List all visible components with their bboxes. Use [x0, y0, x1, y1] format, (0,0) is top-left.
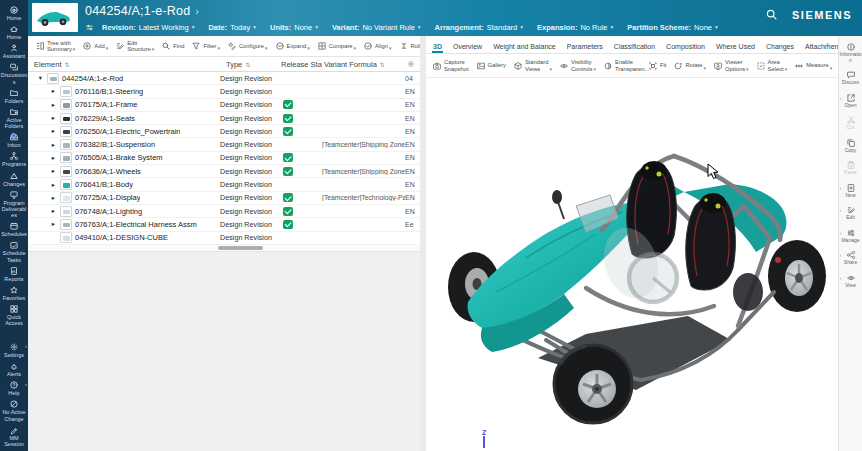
- row-expand-caret[interactable]: ▸: [50, 181, 57, 189]
- element-name[interactable]: 076725/A;1-Display: [75, 193, 140, 202]
- element-name[interactable]: 076763/A;1-Electrical Harness Assm: [75, 220, 197, 229]
- sidebar-item[interactable]: No Active Change: [0, 397, 28, 422]
- tabs-overflow-chevron[interactable]: ›: [820, 39, 835, 50]
- configuration-chip[interactable]: Revision: Latest Working ▾: [102, 23, 194, 32]
- sidebar-item[interactable]: Discussions: [0, 60, 28, 85]
- row-expand-caret[interactable]: ▸: [50, 194, 57, 202]
- rail-action[interactable]: Paste: [839, 158, 862, 178]
- table-row[interactable]: ▸ 076175/A;1-Frame Design Revision EN: [28, 99, 420, 112]
- 3d-viewport[interactable]: Z: [426, 78, 838, 451]
- sidebar-item[interactable]: Favorites: [0, 283, 28, 302]
- element-name[interactable]: 076116/B;1-Steering: [75, 87, 143, 96]
- rail-action[interactable]: ‹ Manage: [839, 226, 862, 246]
- rail-action[interactable]: ‹ New: [839, 181, 862, 201]
- element-name[interactable]: 076748/A;1-Lighting: [75, 207, 142, 216]
- toolbar-button[interactable]: Edit Structure ▾: [112, 39, 157, 53]
- table-row[interactable]: ▸ 076250/A;1-Electric_Powertrain Design …: [28, 125, 420, 138]
- row-expand-caret[interactable]: ▸: [50, 87, 57, 95]
- sidebar-item[interactable]: Reports: [0, 264, 28, 283]
- row-expand-caret[interactable]: ▸: [50, 220, 57, 228]
- row-expand-caret[interactable]: ▸: [50, 127, 57, 135]
- column-settings-gear-icon[interactable]: [406, 59, 416, 69]
- sidebar-item[interactable]: Schedule Tasks: [0, 238, 28, 263]
- sidebar-item[interactable]: Changes: [0, 169, 28, 188]
- element-name[interactable]: 076175/A;1-Frame: [75, 100, 138, 109]
- rail-action[interactable]: ‹ Share: [839, 248, 862, 268]
- viewer-toolbar-button[interactable]: Visibility Controls ▾: [556, 58, 599, 72]
- table-row[interactable]: ▸ 076229/A;1-Seats Design Revision EN: [28, 112, 420, 125]
- table-row[interactable]: 049410/A;1-DESIGN-CUBE Design Revision: [28, 232, 420, 245]
- table-row[interactable]: ▸ 076763/A;1-Electrical Harness Assm Des…: [28, 218, 420, 231]
- viewer-toolbar-button[interactable]: Gallery: [473, 60, 509, 72]
- sidebar-item[interactable]: › Settings: [0, 340, 28, 359]
- scrollbar-thumb[interactable]: [218, 246, 263, 250]
- row-expand-caret[interactable]: ▸: [50, 207, 57, 215]
- rail-action[interactable]: Discuss: [839, 68, 862, 88]
- element-name[interactable]: 044254/A;1-e-Rod: [62, 74, 123, 83]
- table-row[interactable]: ▸ 076116/B;1-Steering Design Revision EN: [28, 85, 420, 98]
- element-name[interactable]: 049410/A;1-DESIGN-CUBE: [75, 233, 168, 242]
- toolbar-button[interactable]: Align ▾: [360, 40, 394, 52]
- tab[interactable]: Composition: [665, 41, 706, 53]
- breadcrumb-chevron[interactable]: ›: [195, 5, 199, 17]
- row-expand-caret[interactable]: ▾: [37, 74, 44, 82]
- element-name[interactable]: 076229/A;1-Seats: [75, 114, 135, 123]
- viewer-toolbar-button[interactable]: Viewer Options ▾: [710, 58, 751, 72]
- toolbar-button[interactable]: Filter ▾: [188, 40, 222, 52]
- viewer-toolbar-button[interactable]: Measure ▾: [791, 60, 835, 72]
- viewer-toolbar-button[interactable]: Area Select ▾: [753, 58, 791, 72]
- viewer-toolbar-button[interactable]: Enable Transparen...: [600, 58, 644, 72]
- search-icon[interactable]: [765, 8, 778, 21]
- row-expand-caret[interactable]: ▸: [50, 141, 57, 149]
- tab[interactable]: Parameters: [566, 41, 604, 53]
- viewer-toolbar-button[interactable]: Standard Views ▾: [510, 58, 555, 72]
- column-header-type[interactable]: Type ⇅: [220, 60, 279, 69]
- sidebar-item[interactable]: MM Session: [0, 423, 28, 448]
- table-row[interactable]: ▸ 076505/A;1-Brake System Design Revisio…: [28, 152, 420, 165]
- rail-action[interactable]: Cut: [839, 113, 862, 133]
- toolbar-button[interactable]: Add ▾: [79, 40, 111, 52]
- configuration-chip[interactable]: Partition Scheme: None ▾: [627, 23, 717, 32]
- row-expand-caret[interactable]: ▸: [50, 101, 57, 109]
- element-name[interactable]: 076641/B;1-Body: [75, 180, 133, 189]
- sidebar-item[interactable]: Schedules: [0, 219, 28, 238]
- rail-action[interactable]: ‹ Open: [839, 91, 862, 111]
- viewer-toolbar-button[interactable]: Fit: [645, 60, 669, 72]
- element-name[interactable]: 076505/A;1-Brake System: [75, 153, 163, 162]
- sidebar-item[interactable]: Home: [0, 3, 28, 22]
- table-row[interactable]: ▸ 076636/A;1-Wheels Design Revision [Tea…: [28, 165, 420, 178]
- toolbar-button[interactable]: Tree with Summary ▾: [32, 39, 78, 53]
- configuration-chip[interactable]: Expansion: No Rule ▾: [537, 23, 613, 32]
- rail-action[interactable]: ‹ View: [839, 271, 862, 291]
- configuration-chip[interactable]: Arrangement: Standard ▾: [435, 23, 523, 32]
- tab[interactable]: Where Used: [715, 41, 756, 53]
- toolbar-button[interactable]: Find: [158, 40, 187, 52]
- sidebar-item[interactable]: Program Deliverables: [0, 188, 28, 219]
- tab[interactable]: Weight and Balance: [492, 41, 557, 53]
- sidebar-item[interactable]: Programs: [0, 149, 28, 168]
- tab[interactable]: Classification: [613, 41, 656, 53]
- rail-action[interactable]: Information: [839, 40, 862, 65]
- sidebar-item[interactable]: Home: [0, 22, 28, 41]
- tab[interactable]: Overview: [452, 41, 483, 53]
- column-header-release-status[interactable]: Release Sta... ⇅: [279, 60, 322, 69]
- row-expand-caret[interactable]: ▸: [50, 167, 57, 175]
- row-expand-caret[interactable]: ▸: [50, 114, 57, 122]
- sidebar-item[interactable]: Folders: [0, 86, 28, 105]
- element-name[interactable]: 076382/B;1-Suspension: [75, 140, 155, 149]
- toolbar-button[interactable]: Configure ▾: [224, 40, 271, 52]
- sidebar-item[interactable]: › Help: [0, 378, 28, 397]
- row-expand-caret[interactable]: ▸: [50, 154, 57, 162]
- viewer-toolbar-button[interactable]: Rotate ▾: [670, 60, 709, 72]
- rail-action[interactable]: Copy: [839, 136, 862, 156]
- toolbar-button[interactable]: Compare ▾: [314, 40, 359, 52]
- sidebar-item[interactable]: Quick Access: [0, 302, 28, 327]
- viewer-toolbar-button[interactable]: Capture Snapshot: [429, 58, 472, 72]
- rail-action[interactable]: ‹ Edit: [839, 203, 862, 223]
- column-header-variant-formula[interactable]: Variant Formula ⇅: [322, 60, 405, 69]
- configuration-chip[interactable]: Variant: No Variant Rule ▾: [332, 23, 421, 32]
- element-name[interactable]: 076250/A;1-Electric_Powertrain: [75, 127, 180, 136]
- table-row[interactable]: ▾ 044254/A;1-e-Rod Design Revision 04: [28, 72, 420, 85]
- toolbar-button[interactable]: Expand ▾: [272, 40, 313, 52]
- element-name[interactable]: 076636/A;1-Wheels: [75, 167, 141, 176]
